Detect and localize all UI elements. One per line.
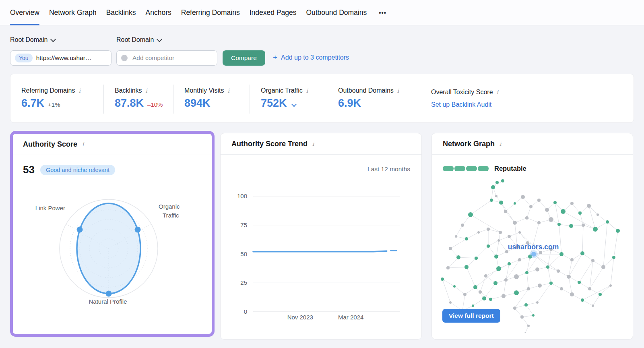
- metric-label: Monthly Visits: [184, 87, 224, 94]
- trend-header: Authority Score Trend i: [221, 133, 421, 155]
- svg-text:Mar 2024: Mar 2024: [338, 314, 363, 321]
- compare-button[interactable]: Compare: [223, 50, 265, 66]
- metric-value: 87.8K: [115, 97, 144, 110]
- authority-score-card: Authority Score i 53 Good and niche rele…: [13, 134, 212, 334]
- you-scope-label: Root Domain: [10, 36, 47, 44]
- authority-score-radar-chart: Link PowerOrganicTrafficNatural Profile: [13, 181, 212, 331]
- info-icon[interactable]: i: [82, 141, 84, 147]
- tab-referring-domains[interactable]: Referring Domains: [181, 0, 240, 25]
- authority-score-trend-card: Authority Score Trend i Last 12 months 1…: [220, 133, 422, 340]
- svg-text:Traffic: Traffic: [163, 212, 179, 219]
- metric-label: Organic Traffic: [261, 87, 303, 94]
- metric-overall-toxicity-score: Overall Toxicity ScoreiSet up Backlink A…: [420, 74, 634, 122]
- info-icon[interactable]: i: [227, 87, 229, 94]
- tab-overview[interactable]: Overview: [10, 0, 39, 25]
- svg-text:75: 75: [240, 222, 247, 228]
- ellipsis-icon: •••: [379, 9, 386, 16]
- svg-text:50: 50: [240, 251, 247, 257]
- legend-segment: [454, 166, 465, 171]
- nav-tabs: OverviewNetwork GraphBacklinksAnchorsRef…: [10, 0, 367, 25]
- setup-backlink-audit-link[interactable]: Set up Backlink Audit: [431, 101, 634, 108]
- metric-monthly-visits: Monthly Visitsi894K: [173, 74, 250, 122]
- info-icon[interactable]: i: [497, 89, 498, 95]
- add-competitors-label: Add up to 3 competitors: [281, 54, 349, 61]
- svg-text:0: 0: [244, 308, 247, 315]
- competitor-input[interactable]: [132, 54, 213, 62]
- legend-segments: [443, 166, 489, 171]
- more-tabs-button[interactable]: •••: [376, 0, 389, 25]
- trend-title: Authority Score Trend: [231, 140, 308, 148]
- authority-score-value-row: 53 Good and niche relevant: [13, 155, 212, 176]
- metric-value: 894K: [184, 97, 211, 110]
- metric-organic-traffic: Organic Traffici752K: [250, 74, 327, 122]
- metric-delta: +1%: [48, 101, 60, 108]
- metric-backlinks: Backlinksi87.8K–10%: [104, 74, 173, 122]
- trend-range-label: Last 12 months: [367, 166, 410, 173]
- metric-label: Overall Toxicity Score: [431, 89, 493, 96]
- info-icon[interactable]: i: [397, 87, 399, 94]
- svg-text:Natural Profile: Natural Profile: [89, 298, 127, 305]
- tab-anchors[interactable]: Anchors: [146, 0, 171, 25]
- competitor-input-wrap: [116, 50, 217, 66]
- backlink-analytics-page: OverviewNetwork GraphBacklinksAnchorsRef…: [0, 0, 644, 348]
- authority-score-title: Authority Score: [23, 140, 77, 149]
- chevron-down-icon[interactable]: [291, 102, 297, 107]
- legend-segment: [478, 166, 489, 171]
- you-domain-input[interactable]: You https://www.ushar…: [10, 50, 111, 66]
- you-badge: You: [15, 54, 33, 62]
- metric-delta: –10%: [147, 101, 163, 108]
- authority-score-value: 53: [23, 164, 35, 176]
- authority-score-header: Authority Score i: [13, 134, 212, 155]
- network-header: Network Graph i: [432, 133, 633, 155]
- info-icon[interactable]: i: [500, 141, 501, 147]
- network-legend: Reputable: [443, 165, 526, 172]
- chevron-down-icon: [50, 37, 56, 42]
- metric-label: Outbound Domains: [338, 87, 394, 94]
- info-icon[interactable]: i: [306, 87, 308, 94]
- svg-text:Nov 2023: Nov 2023: [287, 314, 313, 321]
- chevron-down-icon: [157, 37, 162, 42]
- legend-segment: [443, 166, 454, 171]
- competitor-scope-label: Root Domain: [116, 36, 154, 44]
- competitor-dot-icon: [121, 55, 128, 61]
- tab-outbound-domains[interactable]: Outbound Domains: [306, 0, 367, 25]
- view-full-report-button[interactable]: View full report: [442, 309, 500, 323]
- metric-label: Referring Domains: [21, 87, 75, 94]
- svg-text:Link Power: Link Power: [35, 205, 65, 211]
- info-icon[interactable]: i: [146, 87, 147, 94]
- you-scope-dropdown[interactable]: Root Domain: [10, 36, 55, 44]
- network-graph-card: Network Graph i Reputable usharbors.com …: [431, 133, 633, 340]
- network-center-domain-label: usharbors.com: [508, 243, 559, 251]
- top-navigation: OverviewNetwork GraphBacklinksAnchorsRef…: [0, 0, 644, 25]
- tab-backlinks[interactable]: Backlinks: [106, 0, 136, 25]
- metric-outbound-domains: Outbound Domainsi6.9K: [327, 74, 420, 122]
- tab-network-graph[interactable]: Network Graph: [49, 0, 97, 25]
- metric-label: Backlinks: [115, 87, 142, 94]
- metric-value: 6.7K: [21, 97, 44, 110]
- competitor-scope-dropdown[interactable]: Root Domain: [116, 36, 161, 44]
- tab-indexed-pages[interactable]: Indexed Pages: [250, 0, 297, 25]
- authority-score-highlight-frame: Authority Score i 53 Good and niche rele…: [10, 131, 215, 337]
- metric-referring-domains: Referring Domainsi6.7K+1%: [10, 74, 104, 122]
- network-title: Network Graph: [443, 140, 495, 148]
- legend-segment: [466, 166, 477, 171]
- svg-text:100: 100: [237, 193, 247, 199]
- authority-score-badge: Good and niche relevant: [40, 165, 115, 175]
- metric-value: 6.9K: [338, 97, 361, 110]
- legend-label: Reputable: [494, 165, 526, 172]
- you-domain-value: https://www.ushar…: [36, 54, 92, 62]
- metric-value: 752K: [261, 97, 287, 110]
- info-icon[interactable]: i: [312, 141, 314, 147]
- add-competitors-link[interactable]: + Add up to 3 competitors: [273, 54, 349, 61]
- trend-line-chart: 1007550250Nov 2023Mar 2024: [221, 178, 422, 339]
- svg-text:Organic: Organic: [159, 203, 180, 210]
- plus-icon: +: [273, 54, 277, 61]
- metrics-summary-card: Referring Domainsi6.7K+1%Backlinksi87.8K…: [10, 74, 634, 123]
- info-icon[interactable]: i: [78, 87, 80, 94]
- svg-text:25: 25: [240, 279, 247, 286]
